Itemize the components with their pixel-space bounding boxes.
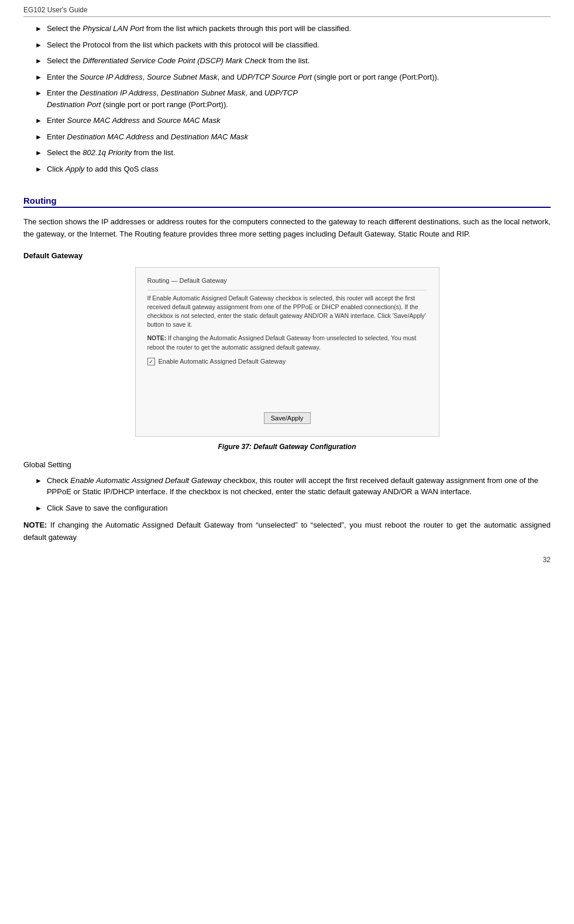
bullet-arrow-icon: ► <box>35 56 42 66</box>
bullet-arrow-icon: ► <box>35 40 42 50</box>
screenshot-note: NOTE: If changing the Automatic Assigned… <box>147 334 427 351</box>
global-setting-label: Global Setting <box>23 460 551 469</box>
bullet-arrow-icon: ► <box>35 503 42 514</box>
bullet-text: Select the Protocol from the list which … <box>47 39 551 51</box>
screenshot-title: Routing — Default Gateway <box>147 277 427 284</box>
bullet-text: Enter the Source IP Address, Source Subn… <box>47 71 551 83</box>
screenshot-description: If Enable Automatic Assigned Default Gat… <box>147 294 427 330</box>
note-block: NOTE: If changing the Automatic Assigned… <box>23 519 551 544</box>
bullet-arrow-icon: ► <box>35 72 42 83</box>
guide-title: EG102 User's Guide <box>23 6 88 14</box>
bullet-text: Click Save to save the configuration <box>47 502 551 514</box>
note-text: If changing the Automatic Assigned Defau… <box>147 334 417 350</box>
list-item: ► Enter Source MAC Address and Source MA… <box>35 115 551 126</box>
enable-gateway-checkbox[interactable]: ✓ <box>147 358 155 365</box>
bullet-text: Select the Physical LAN Port from the li… <box>47 23 551 35</box>
bullet-text: Enter the Destination IP Address, Destin… <box>47 87 551 110</box>
list-item: ► Enter the Source IP Address, Source Su… <box>35 71 551 83</box>
checkbox-row: ✓ Enable Automatic Assigned Default Gate… <box>147 358 427 365</box>
figure-caption: Figure 37: Default Gateway Configuration <box>23 443 551 451</box>
bullet-arrow-icon: ► <box>35 115 42 126</box>
list-item: ► Enter the Destination IP Address, Dest… <box>35 87 551 110</box>
list-item: ► Check Enable Automatic Assigned Defaul… <box>35 475 551 498</box>
list-item: ► Click Save to save the configuration <box>35 502 551 514</box>
top-bullet-list: ► Select the Physical LAN Port from the … <box>35 23 551 174</box>
bullet-arrow-icon: ► <box>35 132 42 142</box>
bullet-text: Enter Source MAC Address and Source MAC … <box>47 115 551 126</box>
page-header: EG102 User's Guide <box>23 6 551 17</box>
bullet-arrow-icon: ► <box>35 88 42 98</box>
page-number: 32 <box>543 556 551 564</box>
page-footer: 32 <box>23 556 551 564</box>
bullet-text: Select the Differentiated Service Code P… <box>47 55 551 67</box>
list-item: ► Select the 802.1q Priority from the li… <box>35 147 551 159</box>
list-item: ► Click Apply to add this QoS class <box>35 163 551 175</box>
note-block-label: NOTE: <box>23 521 47 529</box>
bullet-arrow-icon: ► <box>35 475 42 486</box>
default-gateway-screenshot: Routing — Default Gateway If Enable Auto… <box>135 267 439 437</box>
note-label: NOTE: <box>147 334 167 341</box>
routing-heading: Routing <box>23 196 551 208</box>
screenshot-divider <box>147 290 427 290</box>
list-item: ► Enter Destination MAC Address and Dest… <box>35 131 551 143</box>
global-setting-bullet-list: ► Check Enable Automatic Assigned Defaul… <box>35 475 551 514</box>
bullet-text: Click Apply to add this QoS class <box>47 163 551 175</box>
list-item: ► Select the Protocol from the list whic… <box>35 39 551 51</box>
bullet-arrow-icon: ► <box>35 23 42 34</box>
note-block-text: If changing the Automatic Assigned Defau… <box>23 521 551 542</box>
bullet-text: Check Enable Automatic Assigned Default … <box>47 475 551 498</box>
bullet-text: Enter Destination MAC Address and Destin… <box>47 131 551 143</box>
routing-body: The section shows the IP addresses or ad… <box>23 216 551 241</box>
bullet-arrow-icon: ► <box>35 164 42 174</box>
list-item: ► Select the Differentiated Service Code… <box>35 55 551 67</box>
default-gateway-heading: Default Gateway <box>23 251 551 260</box>
bullet-text: Select the 802.1q Priority from the list… <box>47 147 551 159</box>
bullet-arrow-icon: ► <box>35 148 42 158</box>
checkbox-label: Enable Automatic Assigned Default Gatewa… <box>159 358 286 365</box>
list-item: ► Select the Physical LAN Port from the … <box>35 23 551 35</box>
save-apply-button[interactable]: Save/Apply <box>264 412 311 424</box>
